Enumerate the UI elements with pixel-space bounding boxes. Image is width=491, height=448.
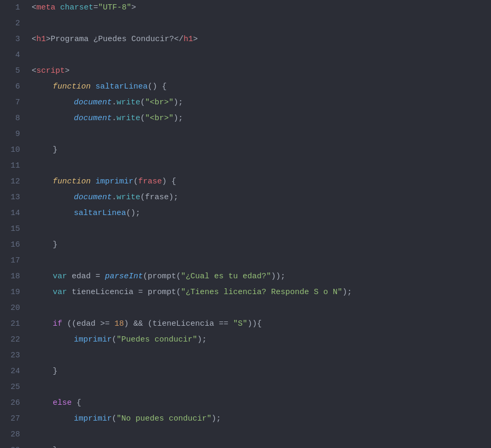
code-text: write (117, 95, 140, 111)
code-text: imprimir (95, 174, 133, 190)
code-text: ); (197, 332, 207, 348)
code-text: > (131, 0, 136, 16)
code-text: ( (140, 111, 145, 126)
code-text: { (72, 395, 81, 411)
code-text (91, 174, 95, 190)
code-text: ( (133, 174, 138, 190)
code-text: )){ (247, 316, 262, 332)
code-text: )); (271, 269, 285, 285)
code-text: "UTF-8" (98, 0, 131, 16)
line-num-5: 5 (6, 63, 20, 79)
code-line-11 (32, 158, 491, 174)
code-text: edad = (67, 269, 105, 285)
code-text: saltarLinea (74, 206, 126, 221)
line-num-20: 20 (6, 300, 20, 316)
code-line-21: if ((edad >= 18) && (tieneLicencia == "S… (32, 316, 491, 332)
code-text: meta (36, 0, 55, 16)
code-text: = (93, 0, 98, 16)
code-line-23 (32, 348, 491, 364)
code-line-28 (32, 427, 491, 443)
code-text: < (32, 32, 36, 47)
code-text: document (74, 111, 112, 126)
code-text: . (112, 111, 117, 126)
line-num-28: 28 (6, 427, 20, 443)
code-text: "No puedes conducir" (117, 411, 211, 427)
code-text: > (193, 32, 198, 47)
code-text: parseInt (105, 269, 143, 285)
code-text: () { (148, 79, 167, 95)
code-text: h1 (184, 32, 193, 47)
code-line-19: var tieneLicencia = prompt("¿Tienes lice… (32, 285, 491, 300)
code-text: ); (211, 411, 221, 427)
line-num-11: 11 (6, 158, 20, 174)
code-text: var (53, 285, 67, 300)
code-text: else (53, 395, 72, 411)
code-content: <meta charset="UTF-8"> <h1>Programa ¿Pue… (26, 0, 491, 448)
code-line-29: } (32, 443, 491, 448)
code-text: ( (112, 411, 117, 427)
code-text: "¿Tienes licencia? Responde S o N" (181, 285, 342, 300)
code-text: document (74, 190, 112, 206)
line-num-4: 4 (6, 47, 20, 63)
line-num-7: 7 (6, 95, 20, 111)
line-num-14: 14 (6, 206, 20, 221)
line-num-15: 15 (6, 221, 20, 237)
code-text: "<br>" (145, 111, 174, 126)
line-num-13: 13 (6, 190, 20, 206)
code-line-3: <h1>Programa ¿Puedes Conducir?</h1> (32, 32, 491, 47)
line-num-9: 9 (6, 126, 20, 142)
code-text: imprimir (74, 332, 112, 348)
code-line-22: imprimir("Puedes conducir"); (32, 332, 491, 348)
code-text: ); (342, 285, 352, 300)
code-text: ( (140, 95, 145, 111)
code-text: "<br>" (145, 95, 174, 111)
code-line-1: <meta charset="UTF-8"> (32, 0, 491, 16)
code-text: "¿Cual es tu edad?" (181, 269, 271, 285)
line-num-17: 17 (6, 253, 20, 269)
code-line-13: document.write(frase); (32, 190, 491, 206)
code-text: (prompt( (143, 269, 181, 285)
code-text (91, 79, 95, 95)
line-num-23: 23 (6, 348, 20, 364)
code-text: frase (138, 174, 162, 190)
line-num-22: 22 (6, 332, 20, 348)
line-num-26: 26 (6, 395, 20, 411)
line-num-10: 10 (6, 142, 20, 158)
code-text: tieneLicencia = prompt( (67, 285, 181, 300)
code-text: } (53, 443, 57, 448)
line-num-2: 2 (6, 16, 20, 32)
code-text: < (32, 0, 36, 16)
code-text: write (117, 111, 140, 126)
code-text: "Puedes conducir" (117, 332, 197, 348)
code-text: ) { (162, 174, 176, 190)
code-text: } (53, 237, 57, 253)
code-text: imprimir (74, 411, 112, 427)
code-text: ); (174, 95, 183, 111)
code-text: ( (112, 332, 117, 348)
code-line-14: saltarLinea(); (32, 206, 491, 221)
code-line-25 (32, 379, 491, 395)
line-num-27: 27 (6, 411, 20, 427)
code-line-6: function saltarLinea() { (32, 79, 491, 95)
line-num-1: 1 (6, 0, 20, 16)
code-line-5: <script> (32, 63, 491, 79)
code-line-16: } (32, 237, 491, 253)
code-text: . (112, 95, 117, 111)
code-text: . (112, 190, 117, 206)
code-editor: 1 2 3 4 5 6 7 8 9 10 11 12 13 14 15 16 1… (0, 0, 491, 448)
code-line-27: imprimir("No puedes conducir"); (32, 411, 491, 427)
code-line-2 (32, 16, 491, 32)
line-num-24: 24 (6, 364, 20, 379)
code-text: ) && (tieneLicencia == (124, 316, 233, 332)
code-line-17 (32, 253, 491, 269)
code-line-10: } (32, 142, 491, 158)
code-line-15 (32, 221, 491, 237)
code-text: > (65, 63, 70, 79)
code-line-26: else { (32, 395, 491, 411)
code-text: if (53, 316, 62, 332)
code-text: var (53, 269, 67, 285)
code-line-8: document.write("<br>"); (32, 111, 491, 126)
code-line-7: document.write("<br>"); (32, 95, 491, 111)
code-text: h1 (36, 32, 46, 47)
line-numbers: 1 2 3 4 5 6 7 8 9 10 11 12 13 14 15 16 1… (0, 0, 26, 448)
